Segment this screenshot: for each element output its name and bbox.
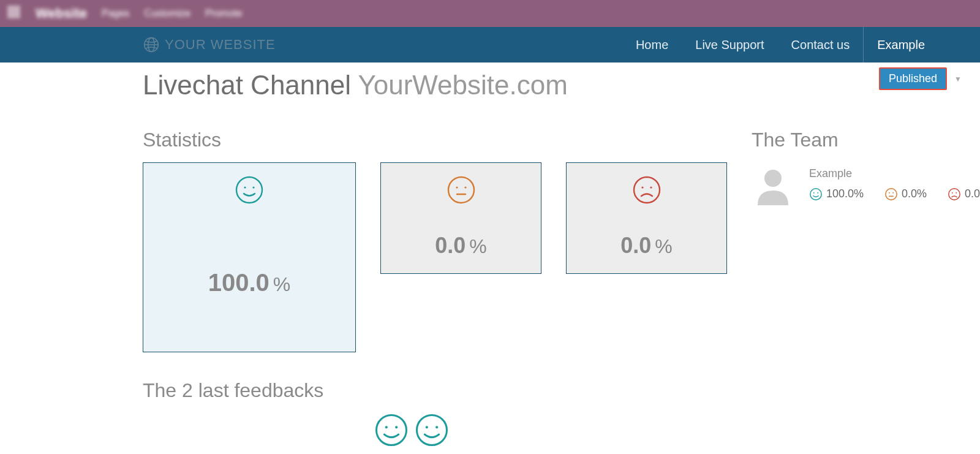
svg-point-19 [634,177,660,203]
nav-home[interactable]: Home [622,27,682,62]
team-heading: The Team [752,129,980,151]
svg-point-36 [949,188,960,199]
svg-point-22 [377,415,407,445]
svg-point-26 [426,426,428,428]
svg-point-12 [236,177,262,203]
svg-point-28 [764,170,782,187]
svg-rect-4 [12,10,15,13]
score-sad: 0.0% [948,187,980,201]
svg-point-25 [417,415,447,445]
svg-rect-1 [12,6,15,9]
admin-app-title[interactable]: Website [36,6,87,21]
stat-sad-value: 0.0 [620,233,651,259]
stat-unit: % [273,273,290,296]
svg-point-24 [395,426,398,428]
page-title-main: Livechat Channel [143,70,351,100]
svg-rect-0 [8,6,11,9]
globe-icon [143,36,160,53]
svg-point-14 [252,186,254,188]
stat-cards: 100.0 % 0.0 % [143,162,727,352]
feedback-happy-icon[interactable] [415,413,449,450]
stat-unit: % [655,235,672,258]
svg-point-30 [813,192,815,193]
svg-point-29 [810,188,821,199]
stat-card-neutral: 0.0 % [380,162,541,274]
team-member-name: Example [809,167,980,180]
team-member-scores: 100.0% 0.0% 0.0% [809,187,980,201]
feedbacks-heading: The 2 last feedbacks [143,379,727,402]
nav-contact-us[interactable]: Contact us [778,27,864,62]
site-brand-text: YOUR WEBSITE [165,37,276,53]
admin-menu-pages[interactable]: Pages [102,8,129,19]
avatar-placeholder-icon [752,162,794,205]
feedback-faces [374,413,727,450]
svg-point-27 [435,426,438,428]
page-title: Livechat Channel YourWebsite.com [143,70,980,100]
stat-happy-value: 100.0 [208,269,270,297]
feedback-happy-icon[interactable] [374,413,409,450]
svg-point-17 [464,186,466,188]
stat-card-happy: 100.0 % [143,162,356,352]
svg-rect-3 [8,10,11,13]
svg-rect-6 [8,15,11,18]
page-content: Livechat Channel YourWebsite.com Statist… [0,62,980,454]
svg-point-32 [886,188,897,199]
site-brand[interactable]: YOUR WEBSITE [143,36,276,53]
score-neutral: 0.0% [884,187,927,201]
svg-point-33 [889,192,890,193]
chevron-down-icon[interactable]: ▼ [954,75,962,83]
nav-live-support[interactable]: Live Support [682,27,777,62]
site-navbar: YOUR WEBSITE Home Live Support Contact u… [0,27,980,62]
svg-point-20 [641,186,643,188]
sad-face-icon [632,175,662,207]
stat-card-sad: 0.0 % [566,162,727,274]
publish-button[interactable]: Published [879,67,947,90]
score-happy-value: 100.0% [826,187,864,200]
page-title-sub: YourWebsite.com [358,70,567,100]
svg-rect-8 [17,15,20,18]
admin-bar: Website Pages Customize Promote [0,0,980,27]
svg-point-37 [952,192,953,193]
score-happy: 100.0% [809,187,864,201]
svg-point-13 [244,186,246,188]
apps-grid-icon[interactable] [7,6,21,21]
svg-point-21 [650,186,652,188]
svg-point-15 [448,177,474,203]
admin-menu: Pages Customize Promote [102,8,242,19]
svg-point-31 [817,192,818,193]
svg-rect-5 [17,10,20,13]
admin-menu-promote[interactable]: Promote [205,8,242,19]
feedbacks-section: The 2 last feedbacks [143,379,727,450]
team-member: Example 100.0% 0.0% 0.0% [752,162,980,205]
score-sad-value: 0.0% [965,187,980,200]
score-neutral-value: 0.0% [902,187,927,200]
stat-unit: % [469,235,486,258]
statistics-heading: Statistics [143,129,727,151]
admin-menu-customize[interactable]: Customize [144,8,190,19]
happy-face-icon [235,175,264,207]
stat-neutral-value: 0.0 [435,233,466,259]
svg-point-38 [956,192,957,193]
svg-point-23 [385,426,388,428]
svg-point-16 [456,186,458,188]
nav-links: Home Live Support Contact us Example [622,27,938,62]
neutral-face-icon [447,175,476,207]
svg-point-34 [892,192,894,193]
nav-example[interactable]: Example [863,27,938,62]
svg-rect-7 [12,15,15,18]
svg-rect-2 [17,6,20,9]
